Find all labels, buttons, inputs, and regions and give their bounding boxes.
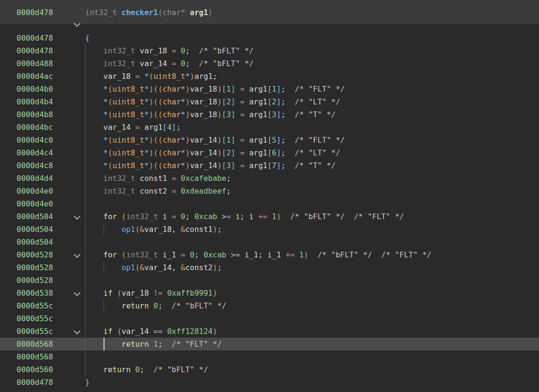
code-token[interactable]: /* bbox=[381, 250, 395, 259]
code-token[interactable]: uint8_t bbox=[113, 148, 144, 157]
code-token[interactable]: [ bbox=[267, 97, 272, 106]
code-token[interactable]: arg1 bbox=[249, 85, 268, 94]
code-line[interactable]: 0000d4bcvar_14 = arg1[4]; bbox=[0, 121, 539, 134]
code-token[interactable]: = bbox=[240, 148, 245, 157]
code-token[interactable]: [ bbox=[222, 97, 226, 106]
code-token[interactable]: ) bbox=[277, 212, 281, 221]
code-token[interactable]: ( bbox=[108, 97, 113, 106]
code-token[interactable]: 0xaffb9991 bbox=[167, 289, 212, 298]
code-token[interactable]: ; bbox=[185, 212, 194, 221]
fold-chevron-icon[interactable] bbox=[71, 210, 85, 223]
code-token[interactable]: if bbox=[104, 289, 117, 298]
code-token[interactable]: & bbox=[181, 225, 185, 234]
address[interactable]: 0000d528 bbox=[0, 261, 71, 274]
code-token[interactable]: ( bbox=[149, 72, 154, 81]
code-line[interactable]: 0000d4b0*(uint8_t*)((char*)var_18)[1] = … bbox=[0, 83, 539, 95]
code-token[interactable]: int32_t bbox=[85, 8, 122, 17]
address[interactable]: 0000d4bc bbox=[0, 121, 71, 134]
code-token[interactable] bbox=[144, 365, 153, 374]
code-token[interactable]: return bbox=[122, 301, 153, 310]
code-token[interactable]: ) bbox=[185, 110, 190, 119]
code-token[interactable] bbox=[149, 289, 154, 298]
code-token[interactable]: const2 bbox=[185, 263, 213, 272]
address[interactable]: 0000d4e0 bbox=[0, 185, 71, 197]
code-token[interactable]: */ bbox=[194, 365, 208, 374]
code-token[interactable] bbox=[185, 250, 190, 259]
code-token[interactable]: "FLT" bbox=[367, 212, 390, 221]
code-token[interactable]: [ bbox=[267, 148, 272, 157]
code-token[interactable]: */ bbox=[358, 250, 372, 259]
code-token[interactable]: ] bbox=[277, 85, 281, 94]
code-token[interactable]: 2 bbox=[226, 148, 231, 157]
code-token[interactable]: , bbox=[172, 263, 181, 272]
code-token[interactable] bbox=[185, 8, 190, 17]
address[interactable]: 0000d528 bbox=[0, 274, 71, 287]
code-token[interactable]: */ bbox=[240, 59, 254, 68]
code-token[interactable]: ) bbox=[304, 250, 308, 259]
code-token[interactable]: /* bbox=[199, 46, 213, 55]
code-token[interactable] bbox=[167, 59, 172, 68]
code-token[interactable]: ] bbox=[277, 161, 281, 170]
code-token[interactable]: var_18 bbox=[122, 289, 149, 298]
code-token[interactable]: [ bbox=[222, 85, 226, 94]
code-token[interactable]: /* bbox=[154, 365, 167, 374]
code-token[interactable]: ( bbox=[117, 289, 122, 298]
code-token[interactable] bbox=[281, 250, 286, 259]
code-token[interactable]: */ bbox=[208, 340, 222, 349]
code-token[interactable] bbox=[345, 212, 354, 221]
code-token[interactable]: */ bbox=[327, 97, 340, 106]
code-token[interactable] bbox=[235, 161, 240, 170]
code-token[interactable]: */ bbox=[322, 161, 336, 170]
code-token[interactable]: ] bbox=[231, 110, 235, 119]
code-token[interactable]: if bbox=[104, 327, 117, 336]
code-token[interactable]: ; bbox=[281, 97, 286, 106]
address[interactable]: 0000d478 bbox=[0, 376, 71, 389]
code-line[interactable]: 0000d4e0int32_t const2 = 0xdeadbeef; bbox=[0, 185, 539, 197]
code-token[interactable]: var_18 bbox=[190, 110, 217, 119]
code-token[interactable] bbox=[176, 250, 181, 259]
code-line[interactable]: 0000d4c0*(uint8_t*)((char*)var_14)[1] = … bbox=[0, 134, 539, 146]
address[interactable]: 0000d4c0 bbox=[0, 134, 71, 146]
code-token[interactable]: 2 bbox=[272, 97, 277, 106]
address[interactable]: 0000d568 bbox=[0, 338, 71, 350]
code-token[interactable]: 3 bbox=[272, 110, 277, 119]
code-token[interactable]: "bFLT" bbox=[213, 59, 240, 68]
code-token[interactable] bbox=[244, 110, 249, 119]
code-token[interactable]: /* bbox=[172, 340, 185, 349]
code-token[interactable]: ; bbox=[194, 250, 203, 259]
code-token[interactable]: ( bbox=[158, 161, 163, 170]
code-token[interactable]: ( bbox=[158, 8, 163, 17]
code-token[interactable]: */ bbox=[331, 85, 345, 94]
code-token[interactable]: * bbox=[104, 85, 108, 94]
address[interactable]: 0000d560 bbox=[0, 363, 71, 376]
code-token[interactable]: */ bbox=[391, 212, 404, 221]
code-token[interactable]: ; bbox=[240, 212, 249, 221]
code-line[interactable]: 0000d4d4int32_t const1 = 0xcafebabe; bbox=[0, 172, 539, 185]
address[interactable]: 0000d568 bbox=[0, 350, 71, 363]
fold-chevron-icon[interactable] bbox=[71, 248, 85, 261]
code-token[interactable]: >= bbox=[231, 250, 240, 259]
code-token[interactable]: var_14 bbox=[122, 327, 149, 336]
code-token[interactable]: 0 bbox=[190, 250, 195, 259]
code-line[interactable]: 0000d478int32_t var_18 = 0; /* "bFLT" */ bbox=[0, 44, 539, 57]
code-token[interactable]: ) bbox=[149, 85, 154, 94]
code-token[interactable]: = bbox=[240, 97, 245, 106]
address[interactable]: 0000d4c4 bbox=[0, 146, 71, 159]
code-token[interactable] bbox=[235, 148, 240, 157]
code-token[interactable]: ( bbox=[108, 148, 113, 157]
code-token[interactable]: ) bbox=[217, 85, 222, 94]
code-token[interactable]: var_18 bbox=[140, 46, 167, 55]
code-line[interactable]: 0000d55c bbox=[0, 312, 539, 325]
code-token[interactable]: & bbox=[181, 263, 185, 272]
code-token[interactable]: * bbox=[181, 148, 185, 157]
code-token[interactable] bbox=[176, 212, 181, 221]
code-token[interactable]: ) bbox=[190, 72, 195, 81]
code-line[interactable]: 0000d4c8*(uint8_t*)((char*)var_14)[3] = … bbox=[0, 159, 539, 172]
code-token[interactable]: arg1 bbox=[194, 72, 213, 81]
code-token[interactable]: 1 bbox=[226, 136, 231, 145]
code-line[interactable]: 0000d504 bbox=[0, 236, 539, 248]
code-line[interactable]: 0000d4e0 bbox=[0, 197, 539, 210]
code-token[interactable]: ; bbox=[217, 225, 222, 234]
code-token[interactable]: * bbox=[144, 72, 149, 81]
code-token[interactable]: char bbox=[163, 97, 181, 106]
